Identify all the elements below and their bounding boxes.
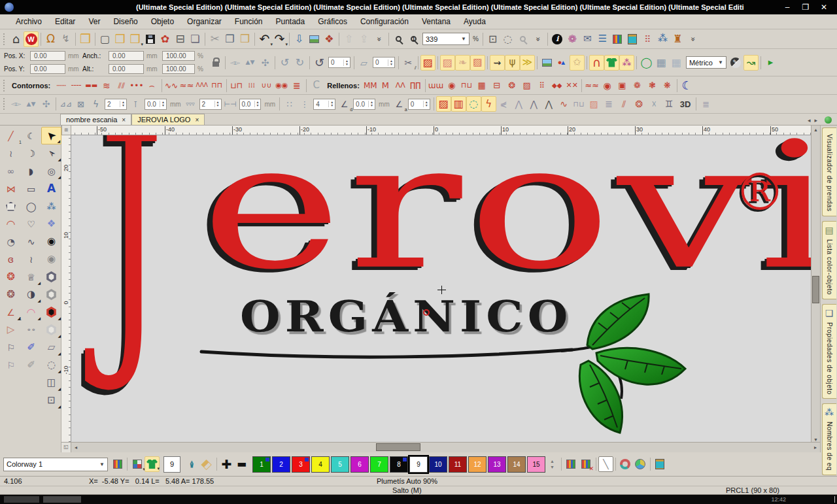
fill-bucket-icon[interactable]: ◧ [199,456,214,472]
crown-tool[interactable]: ♕◢ [21,268,41,286]
garment-colors-icon[interactable]: ▾ [145,456,160,472]
fill-diamond-icon[interactable]: ◆◆ [549,78,564,93]
color-swatch-11[interactable]: 11 [449,456,467,473]
zigzag-shape-tool[interactable]: ⋈ [1,180,21,197]
vector-shapes-icon[interactable]: ●▲ [555,55,570,71]
height-input[interactable]: 0.00 [109,64,144,74]
wilcom-icon[interactable]: W [24,31,39,47]
swatch-down-icon[interactable]: ▼ [550,465,555,469]
ring-tool[interactable]: ∞ [1,162,21,180]
new-design-icon[interactable]: ▢ [97,31,112,47]
menu-item-archivo[interactable]: Archivo [9,15,48,28]
closed-curve-tool[interactable]: ☽ [21,144,41,162]
arc-tool[interactable]: ≀ [1,144,21,162]
hexagon-soft-tool[interactable]: ◢ [41,321,61,339]
mirror-x-icon[interactable]: ◅▻ [228,55,243,71]
outline-arc-icon[interactable]: ⌢ [145,78,160,93]
open-curve-tool[interactable]: ☾ [21,127,41,144]
effect-columns-icon[interactable]: ▥ [451,96,466,112]
circle-cut-tool[interactable]: ◑◢ [21,286,41,303]
menu-item-gráficos[interactable]: Gráficos [311,15,354,28]
height-pct-input[interactable]: 100.00 [162,64,195,74]
colorway-combo[interactable]: Colorway 1 ▼ [3,458,108,471]
open-folders-icon[interactable]: ❒ [78,31,93,47]
toolbar-overflow-icon[interactable]: » [371,31,386,47]
target1-tool[interactable]: ◉ [41,233,61,250]
b-curve-tool[interactable]: ɞ [1,250,21,268]
stitch-leaf-icon[interactable]: ❧ [455,55,470,71]
vertical-scrollbar[interactable]: ▼ [811,135,820,442]
spool-icon[interactable] [625,31,640,47]
docker-tab[interactable]: ▤Lista color-objeto [822,221,836,299]
design-info-icon[interactable]: i [550,31,565,47]
grid-ruler-icon[interactable]: ▦ [669,55,684,71]
docker-tab[interactable]: ❏Propiedades de objeto [822,304,836,399]
fx-end-icon[interactable]: ≣ [698,96,713,112]
polyline-tool[interactable]: ∠1◢ [1,303,21,321]
menu-item-puntada[interactable]: Puntada [269,15,312,28]
auto-run-icon[interactable]: ▸ [763,55,778,71]
height-icon[interactable]: ⊺ [128,96,143,112]
mirror-fan-icon[interactable]: ✣ [258,55,273,71]
home-icon[interactable]: ⌂ [9,31,24,47]
effect-grid-icon[interactable]: ▨ [436,96,451,112]
stitch-full-icon[interactable]: ▨ [420,55,436,71]
h-scroll-thumb[interactable] [376,443,420,451]
garment-icon[interactable] [604,55,619,71]
fill-spiral-icon[interactable]: ◉ [600,78,615,93]
fill-contour-icon[interactable]: ≈≈ [584,78,600,93]
flip-h-icon[interactable]: ◅▻ [9,96,24,112]
fill-step-icon[interactable]: ⊓⊔ [459,78,474,93]
skew-angle-input[interactable]: 0▲▼ [373,57,395,68]
fx-hatch-icon[interactable]: ⫽ [617,96,632,112]
lock-icon[interactable] [208,55,223,71]
rows-input[interactable]: 2▲▼ [199,99,222,110]
outline-coil-icon[interactable]: ◉◉ [274,78,289,93]
pos-y-input[interactable]: 0.00 [30,64,65,74]
rotate-cw-icon[interactable]: ↻ [292,55,307,71]
fill-loop-icon[interactable]: ɯɯ [428,78,444,93]
fill-chain-icon[interactable]: ⊟ [489,78,504,93]
tab-prev-icon[interactable]: ◂ [808,117,811,124]
pull-comp-input[interactable]: 0.0▲▼ [145,99,167,110]
thread-chart-icon[interactable] [110,456,125,472]
fill-gear-icon[interactable]: ❂ [504,78,519,93]
spool-big-icon[interactable] [653,456,668,472]
minimize-button[interactable]: – [778,3,796,12]
outline-wave-icon[interactable]: ≈≈ [179,78,195,93]
outline-dotted-icon[interactable]: ⁞⁞⁞ [244,78,259,93]
fill-weave-icon[interactable]: ▦ [474,78,489,93]
toolbar-handle[interactable] [3,80,7,92]
toolbar-handle[interactable] [3,98,7,110]
outline-c-icon[interactable]: C [309,78,324,93]
corner-tool-icon[interactable]: ◱ [61,443,71,452]
stitch-sparse-icon[interactable]: ▨ [470,55,485,71]
color-swatch-13[interactable]: 13 [488,456,506,473]
angle-a-icon[interactable]: ∠a [392,96,407,112]
paste-icon[interactable]: ❒ [237,31,252,47]
figures2-tool[interactable]: ⚐ [1,356,21,374]
penetrations-icon[interactable]: ψ [505,55,520,71]
digitize-run-tool[interactable]: ╱1 [1,127,21,144]
shapes-tool[interactable]: ♡ [21,215,41,233]
save-icon[interactable] [143,31,158,47]
zoom-level-combo[interactable]: 339 ▼ [422,33,470,45]
vvv-icon[interactable]: ▿▿▿ [183,96,198,112]
palette-setup-icon[interactable]: ▾ [129,456,145,472]
swatch-up-icon[interactable]: ▲ [550,459,555,463]
stitch-light-icon[interactable]: ▨ [440,55,455,71]
threads-match-icon[interactable] [564,456,579,472]
3d-toggle[interactable]: 3D [680,99,691,109]
zoom-actual-icon[interactable]: 1 [406,31,421,47]
insert-stitches-icon[interactable]: ⇩ [292,31,307,47]
document-tab[interactable]: JEROVIA LOGO× [131,114,205,125]
fill-crescent-icon[interactable]: ☾ [679,78,694,93]
team-names-tool[interactable]: ⁂ [41,197,61,215]
color-swatch-15[interactable]: 15 [527,456,545,473]
fx-wheel-icon[interactable]: ❂ [632,96,647,112]
info-overflow-icon[interactable]: » [685,31,700,47]
color-swatch-9[interactable]: 9 [409,456,428,473]
fx-bracket-icon[interactable]: ⊓⊔ [572,96,587,112]
outline-peaks-icon[interactable]: ΛΛΛ [194,78,209,93]
chevron-down-icon[interactable]: ▼ [458,36,466,42]
